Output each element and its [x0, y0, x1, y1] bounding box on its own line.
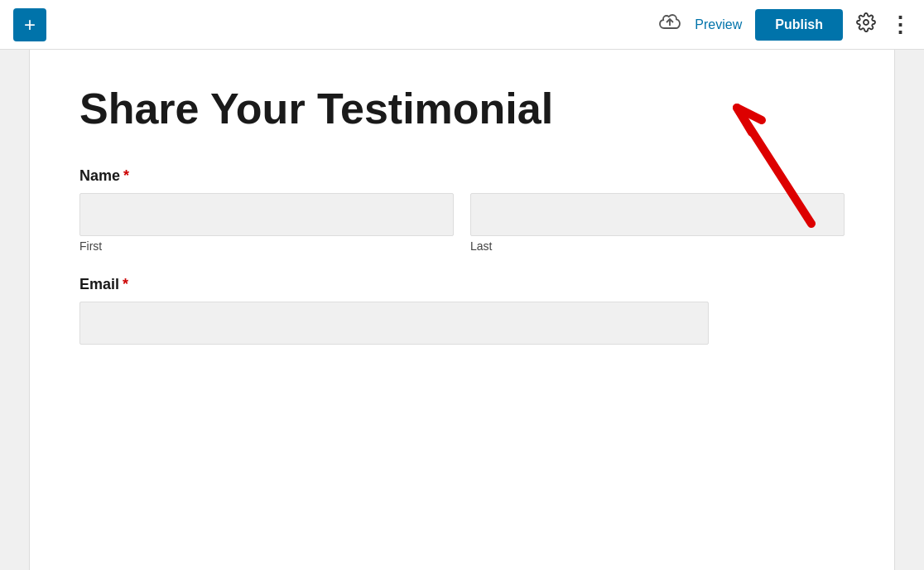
content-area: Share Your Testimonial Name * First Last: [30, 50, 894, 570]
email-required-star: *: [123, 276, 128, 293]
last-name-hint: Last: [470, 239, 845, 253]
first-name-hint: First: [79, 239, 454, 253]
add-block-button[interactable]: +: [13, 8, 46, 41]
main-area: Share Your Testimonial Name * First Last: [0, 50, 924, 570]
publish-button[interactable]: Publish: [755, 9, 843, 41]
name-fields-row: First Last: [79, 193, 845, 253]
last-name-input[interactable]: [470, 193, 845, 236]
right-sidebar: [894, 50, 924, 570]
email-form-group: Email *: [79, 276, 845, 345]
email-label: Email *: [79, 276, 845, 293]
last-name-group: Last: [470, 193, 845, 253]
email-input[interactable]: [79, 302, 709, 345]
first-name-group: First: [79, 193, 454, 253]
preview-button[interactable]: Preview: [695, 17, 742, 32]
name-label-text: Name: [79, 167, 120, 185]
name-label: Name *: [79, 167, 845, 185]
toolbar: + Preview Publish ⋮: [0, 0, 924, 50]
name-required-star: *: [123, 167, 129, 185]
toolbar-left: +: [13, 8, 46, 41]
settings-icon[interactable]: [856, 12, 876, 37]
first-name-input[interactable]: [79, 193, 454, 236]
left-sidebar: [0, 50, 30, 570]
page-title: Share Your Testimonial: [79, 83, 845, 134]
toolbar-right: Preview Publish ⋮: [658, 9, 911, 41]
email-label-text: Email: [79, 276, 119, 293]
save-cloud-icon[interactable]: [658, 13, 681, 36]
plus-icon: +: [24, 13, 36, 36]
name-form-group: Name * First Last: [79, 167, 845, 253]
more-options-icon[interactable]: ⋮: [889, 14, 911, 36]
